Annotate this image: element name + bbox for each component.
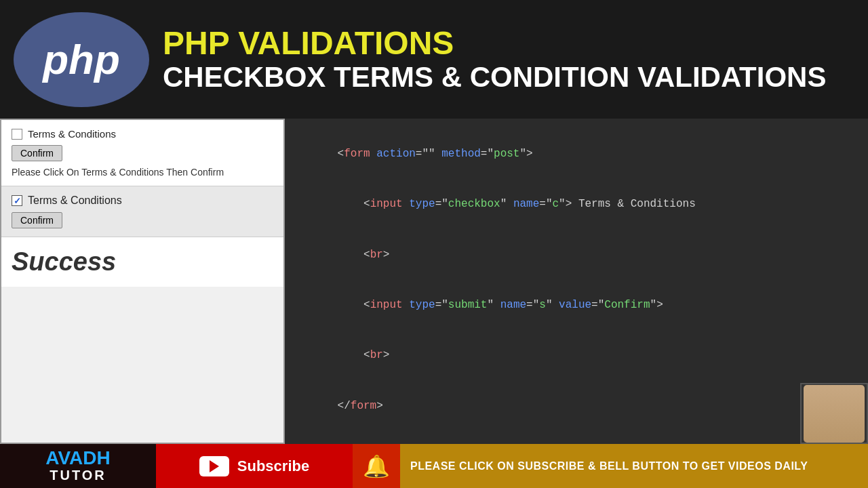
php-logo-text: php bbox=[43, 35, 120, 83]
bell-section[interactable]: 🔔 bbox=[353, 444, 400, 488]
subscribe-message-text: PLEASE CLICK ON SUBSCRIBE & BELL BUTTON … bbox=[410, 460, 808, 472]
checkbox-row-1: Terms & Conditions bbox=[12, 128, 273, 140]
checkbox-unchecked[interactable] bbox=[12, 129, 22, 140]
code-line-6: </form> bbox=[298, 381, 854, 431]
header: php PHP VALIDATIONS CHECKBOX TERMS & CON… bbox=[0, 0, 868, 119]
youtube-icon bbox=[199, 456, 229, 476]
channel-name: AVADH TUTOR bbox=[45, 449, 110, 483]
example1-unchecked: Terms & Conditions Confirm Please Click … bbox=[1, 120, 283, 186]
confirm-button-2[interactable]: Confirm bbox=[12, 212, 62, 228]
code-line-1: <form action="" method="post"> bbox=[298, 129, 854, 179]
checkbox-checked[interactable]: ✓ bbox=[12, 195, 22, 206]
code-line-7: <?php bbox=[298, 431, 854, 444]
terms-label-2: Terms & Conditions bbox=[28, 195, 122, 207]
bell-icon: 🔔 bbox=[363, 453, 390, 479]
code-line-4: <input type="submit" name="s" value="Con… bbox=[298, 280, 854, 330]
channel-branding: AVADH TUTOR bbox=[0, 444, 156, 488]
header-text: PHP VALIDATIONS CHECKBOX TERMS & CONDITI… bbox=[163, 26, 826, 93]
webcam-face bbox=[804, 385, 865, 443]
header-title1: PHP VALIDATIONS bbox=[163, 26, 826, 62]
channel-name-top: AVADH bbox=[45, 449, 110, 468]
play-triangle bbox=[210, 460, 219, 472]
code-line-5: <br> bbox=[298, 331, 854, 381]
success-text: Success bbox=[12, 247, 273, 277]
code-line-2: <input type="checkbox" name="c"> Terms &… bbox=[298, 179, 854, 229]
code-line-3: <br> bbox=[298, 230, 854, 280]
checkbox-row-2: ✓ Terms & Conditions bbox=[12, 195, 273, 207]
confirm-button-1[interactable]: Confirm bbox=[12, 145, 62, 161]
terms-label-1: Terms & Conditions bbox=[28, 128, 116, 140]
code-panel: <form action="" method="post"> <input ty… bbox=[285, 119, 868, 444]
subscribe-section[interactable]: Subscribe bbox=[156, 444, 353, 488]
webcam-overlay bbox=[800, 383, 868, 444]
php-logo: php bbox=[14, 12, 149, 107]
subscribe-label: Subscribe bbox=[237, 458, 309, 475]
channel-name-bottom: TUTOR bbox=[45, 468, 110, 483]
bottom-bar: AVADH TUTOR Subscribe 🔔 PLEASE CLICK ON … bbox=[0, 444, 868, 488]
success-area: Success bbox=[1, 237, 283, 287]
example2-checked: ✓ Terms & Conditions Confirm bbox=[1, 186, 283, 237]
header-title2: CHECKBOX TERMS & CONDITION VALIDATIONS bbox=[163, 62, 826, 93]
left-panel: Terms & Conditions Confirm Please Click … bbox=[0, 119, 285, 444]
error-message: Please Click On Terms & Conditions Then … bbox=[12, 167, 273, 178]
main-content: Terms & Conditions Confirm Please Click … bbox=[0, 119, 868, 444]
subscribe-message-area: PLEASE CLICK ON SUBSCRIBE & BELL BUTTON … bbox=[400, 444, 868, 488]
